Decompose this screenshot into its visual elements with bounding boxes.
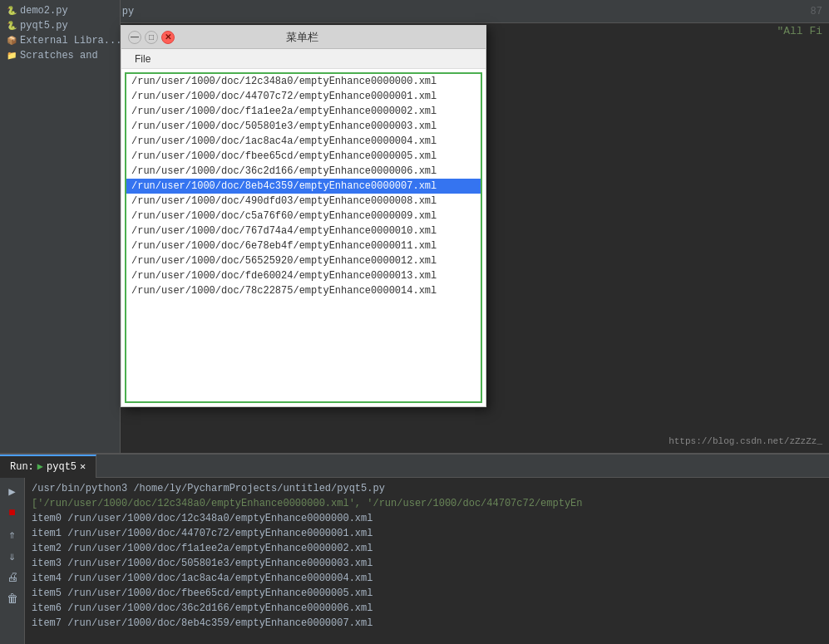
list-item[interactable]: /run/user/1000/doc/fde60024/emptyEnhance… (126, 268, 481, 283)
dialog-title: 菜单栏 (175, 30, 429, 45)
run-output: /usr/bin/python3 /home/ly/PycharmProject… (25, 478, 829, 644)
tab-close-icon[interactable]: ✕ (80, 460, 86, 473)
output-line: item5 /run/user/1000/doc/fbee65cd/emptyE… (32, 586, 822, 601)
list-item[interactable]: /run/user/1000/doc/505801e3/emptyEnhance… (126, 119, 481, 134)
rerun-button[interactable]: ▶ (4, 483, 21, 499)
output-line: ['/run/user/1000/doc/12c348a0/emptyEnhan… (32, 496, 822, 511)
list-item[interactable]: /run/user/1000/doc/56525920/emptyEnhance… (126, 253, 481, 268)
dialog-overlay: — □ ✕ 菜单栏 File /run/user/1000/doc/12c348… (0, 0, 829, 453)
list-item[interactable]: /run/user/1000/doc/767d74a4/emptyEnhance… (126, 224, 481, 238)
active-file-label: pyqt5 (47, 461, 76, 473)
list-item[interactable]: /run/user/1000/doc/f1a1ee2a/emptyEnhance… (126, 104, 481, 119)
output-line: item3 /run/user/1000/doc/505801e3/emptyE… (32, 556, 822, 571)
list-item[interactable]: /run/user/1000/doc/78c22875/emptyEnhance… (126, 283, 481, 298)
scroll-end-button[interactable]: ⇓ (4, 548, 21, 564)
list-item[interactable]: /run/user/1000/doc/6e78eb4f/emptyEnhance… (126, 238, 481, 253)
run-tab-active[interactable]: Run: ▶ pyqt5 ✕ (0, 455, 96, 478)
run-panel: Run: ▶ pyqt5 ✕ ▶ ■ ⇑ ⇓ 🖨 🗑 /usr/bin/pyth… (0, 453, 829, 644)
dialog-window-controls: — □ ✕ (128, 31, 175, 44)
watermark: https://blog.csdn.net/zZzZz_ (669, 436, 822, 446)
list-item[interactable]: /run/user/1000/doc/c5a76f60/emptyEnhance… (126, 209, 481, 224)
dialog-file-list[interactable]: /run/user/1000/doc/12c348a0/emptyEnhance… (125, 72, 482, 403)
print-button[interactable]: 🖨 (4, 569, 21, 586)
output-line: item1 /run/user/1000/doc/44707c72/emptyE… (32, 526, 822, 541)
dialog-title-bar: — □ ✕ 菜单栏 (121, 26, 486, 49)
dialog-menu-bar: File (121, 49, 486, 69)
list-item[interactable]: /run/user/1000/doc/490dfd03/emptyEnhance… (126, 194, 481, 209)
list-item[interactable]: /run/user/1000/doc/36c2d166/emptyEnhance… (126, 164, 481, 179)
output-line: item0 /run/user/1000/doc/12c348a0/emptyE… (32, 511, 822, 526)
clear-button[interactable]: 🗑 (4, 591, 21, 607)
list-item[interactable]: /run/user/1000/doc/12c348a0/emptyEnhance… (126, 74, 481, 89)
run-action-bar: ▶ ■ ⇑ ⇓ 🖨 🗑 (0, 478, 25, 644)
list-item[interactable]: /run/user/1000/doc/44707c72/emptyEnhance… (126, 89, 481, 104)
run-tab-bar: Run: ▶ pyqt5 ✕ (0, 455, 829, 478)
output-line: item7 /run/user/1000/doc/8eb4c359/emptyE… (32, 616, 822, 631)
minimize-button[interactable]: — (128, 31, 141, 44)
run-icon: ▶ (37, 460, 43, 473)
scroll-top-button[interactable]: ⇑ (4, 526, 21, 543)
run-label: Run: (10, 461, 34, 473)
list-item[interactable]: /run/user/1000/doc/fbee65cd/emptyEnhance… (126, 149, 481, 164)
list-item[interactable]: /run/user/1000/doc/1ac8ac4a/emptyEnhance… (126, 134, 481, 149)
dialog-window: — □ ✕ 菜单栏 File /run/user/1000/doc/12c348… (121, 25, 486, 407)
maximize-button[interactable]: □ (145, 31, 158, 44)
close-button[interactable]: ✕ (161, 31, 175, 44)
output-line: item4 /run/user/1000/doc/1ac8ac4a/emptyE… (32, 571, 822, 586)
output-line: item6 /run/user/1000/doc/36c2d166/emptyE… (32, 601, 822, 616)
menu-item-file[interactable]: File (128, 53, 157, 65)
output-line: item2 /run/user/1000/doc/f1a1ee2a/emptyE… (32, 541, 822, 556)
list-item[interactable]: /run/user/1000/doc/8eb4c359/emptyEnhance… (126, 179, 481, 194)
output-line: /usr/bin/python3 /home/ly/PycharmProject… (32, 481, 822, 496)
stop-button[interactable]: ■ (4, 504, 21, 521)
